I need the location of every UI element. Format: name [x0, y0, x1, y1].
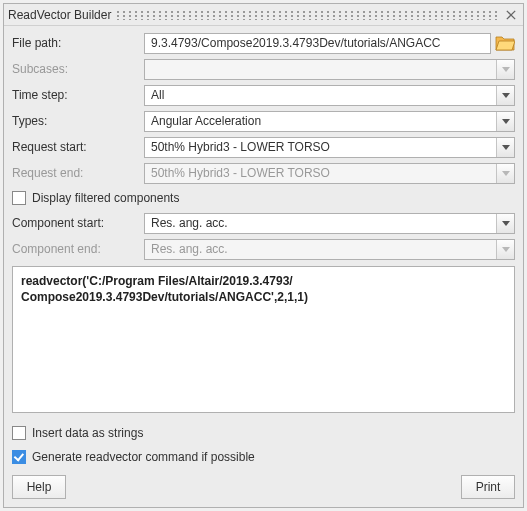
- chevron-down-icon[interactable]: [496, 138, 514, 157]
- window-content: File path: 9.3.4793/Compose2019.3.4793De…: [4, 26, 523, 507]
- chevron-down-icon: [496, 164, 514, 183]
- browse-folder-icon[interactable]: [495, 34, 515, 52]
- output-line2: Compose2019.3.4793Dev/tutorials/ANGACC',…: [21, 290, 308, 304]
- generate-cmd-label: Generate readvector command if possible: [32, 450, 255, 464]
- close-icon[interactable]: [503, 7, 519, 23]
- label-subcases: Subcases:: [12, 62, 140, 76]
- component-start-dropdown[interactable]: Res. ang. acc.: [144, 213, 515, 234]
- label-time-step: Time step:: [12, 88, 140, 102]
- label-component-end: Component end:: [12, 242, 140, 256]
- chevron-down-icon[interactable]: [496, 112, 514, 131]
- component-end-dropdown: Res. ang. acc.: [144, 239, 515, 260]
- generate-cmd-checkbox[interactable]: [12, 450, 26, 464]
- display-filtered-checkbox[interactable]: [12, 191, 26, 205]
- request-start-dropdown[interactable]: 50th% Hybrid3 - LOWER TORSO: [144, 137, 515, 158]
- subcases-dropdown: [144, 59, 515, 80]
- chevron-down-icon[interactable]: [496, 214, 514, 233]
- command-output-area[interactable]: readvector('C:/Program Files/Altair/2019…: [12, 266, 515, 413]
- help-button[interactable]: Help: [12, 475, 66, 499]
- label-request-end: Request end:: [12, 166, 140, 180]
- readvector-builder-window: ReadVector Builder File path: 9.3.4793/C…: [3, 3, 524, 508]
- titlebar-drag-handle[interactable]: [115, 10, 499, 20]
- chevron-down-icon: [496, 240, 514, 259]
- output-line1: readvector('C:/Program Files/Altair/2019…: [21, 274, 293, 288]
- label-component-start: Component start:: [12, 216, 140, 230]
- titlebar[interactable]: ReadVector Builder: [4, 4, 523, 26]
- print-button[interactable]: Print: [461, 475, 515, 499]
- label-file-path: File path:: [12, 36, 140, 50]
- chevron-down-icon[interactable]: [496, 86, 514, 105]
- label-types: Types:: [12, 114, 140, 128]
- insert-strings-label: Insert data as strings: [32, 426, 143, 440]
- request-end-dropdown: 50th% Hybrid3 - LOWER TORSO: [144, 163, 515, 184]
- chevron-down-icon: [496, 60, 514, 79]
- time-step-dropdown[interactable]: All: [144, 85, 515, 106]
- window-title: ReadVector Builder: [8, 8, 111, 22]
- file-path-input[interactable]: 9.3.4793/Compose2019.3.4793Dev/tutorials…: [144, 33, 491, 54]
- types-dropdown[interactable]: Angular Acceleration: [144, 111, 515, 132]
- label-request-start: Request start:: [12, 140, 140, 154]
- insert-strings-checkbox[interactable]: [12, 426, 26, 440]
- display-filtered-label: Display filtered components: [32, 191, 179, 205]
